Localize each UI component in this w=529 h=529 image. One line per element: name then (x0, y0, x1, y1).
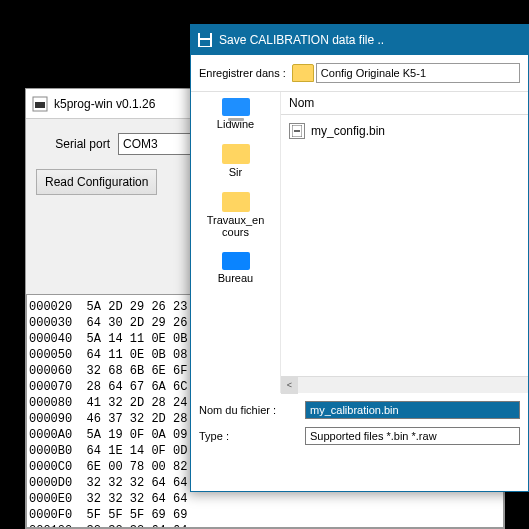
save-in-label: Enregistrer dans : (199, 67, 286, 79)
file-list-pane: Nom my_config.bin < (281, 92, 528, 393)
filename-label: Nom du fichier : (199, 404, 299, 416)
place-computer[interactable]: Lidwine (196, 98, 276, 130)
folder-icon (222, 144, 250, 164)
svg-rect-6 (294, 130, 300, 132)
horizontal-scrollbar[interactable]: < (281, 376, 528, 393)
desktop-icon (222, 252, 250, 270)
k5prog-title: k5prog-win v0.1.26 (54, 97, 155, 111)
hex-line: 0000E0 32 32 32 64 64 (29, 491, 501, 507)
place-folder-1[interactable]: Sir (196, 144, 276, 178)
svg-rect-1 (35, 102, 45, 108)
hex-line: 000100 32 32 32 64 64 (29, 523, 501, 528)
svg-rect-3 (200, 33, 210, 38)
svg-rect-4 (200, 40, 210, 46)
save-icon (197, 32, 213, 48)
file-icon (289, 123, 305, 139)
save-dialog-title: Save CALIBRATION data file .. (219, 33, 384, 47)
read-configuration-button[interactable]: Read Configuration (36, 169, 157, 195)
scroll-left-button[interactable]: < (281, 377, 298, 394)
save-dialog-titlebar: Save CALIBRATION data file .. (191, 25, 528, 55)
filetype-value: Supported files *.bin *.raw (310, 430, 437, 442)
place-folder-2[interactable]: Travaux_en cours (196, 192, 276, 238)
serial-port-label: Serial port (36, 137, 118, 151)
directory-dropdown[interactable]: Config Originale K5-1 (316, 63, 520, 83)
hex-line: 0000F0 5F 5F 5F 69 69 (29, 507, 501, 523)
places-sidebar: Lidwine Sir Travaux_en cours Bureau (191, 92, 281, 393)
folder-icon (292, 64, 314, 82)
column-header-name[interactable]: Nom (281, 92, 528, 115)
place-label: Sir (229, 166, 242, 178)
place-label: Bureau (218, 272, 253, 284)
filetype-label: Type : (199, 430, 299, 442)
filename-input[interactable] (305, 401, 520, 419)
app-icon (32, 96, 48, 112)
file-name: my_config.bin (311, 124, 385, 138)
save-dialog: Save CALIBRATION data file .. Enregistre… (190, 24, 529, 492)
filetype-dropdown[interactable]: Supported files *.bin *.raw (305, 427, 520, 445)
folder-icon (222, 192, 250, 212)
place-desktop[interactable]: Bureau (196, 252, 276, 284)
list-item[interactable]: my_config.bin (289, 121, 520, 141)
directory-name: Config Originale K5-1 (321, 67, 426, 79)
place-label: Travaux_en cours (196, 214, 276, 238)
monitor-icon (222, 98, 250, 116)
